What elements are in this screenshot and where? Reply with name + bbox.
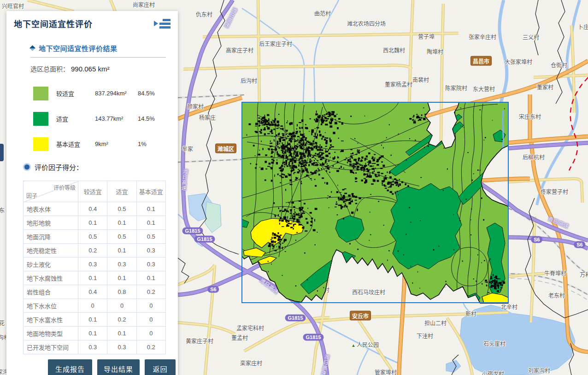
factor-name-cell: 地形地貌: [24, 216, 78, 230]
collapse-triangle-icon: [154, 21, 158, 26]
factor-score-cell: 0.3: [136, 244, 165, 258]
factor-score-cell: 0.1: [78, 327, 107, 340]
factor-score-cell: 0.1: [107, 244, 136, 258]
factor-score-cell: 0.1: [107, 216, 136, 230]
factor-score-table: 评价等级 因子 较适宜适宜基本适宜 地表水体0.40.50.1地形地貌0.10.…: [23, 181, 166, 354]
legend-swatch: [33, 137, 48, 151]
menu-bars-icon: [159, 19, 171, 29]
factor-score-cell: 0.1: [136, 202, 165, 216]
table-column-header: 较适宜: [78, 181, 107, 202]
export-results-button[interactable]: 导出结果: [97, 359, 140, 375]
factor-name-cell: 岩性组合: [24, 285, 78, 299]
legend-area: 143.77km²: [95, 115, 138, 122]
factor-score-cell: 0.1: [107, 327, 136, 340]
legend-label: 适宜: [56, 114, 95, 123]
factor-name-cell: 地下水腐蚀性: [24, 271, 78, 285]
legend-row: 适宜143.77km²14.5%: [23, 106, 166, 131]
legend-label: 较适宜: [56, 89, 95, 98]
factor-score-cell: 0.3: [78, 258, 107, 271]
factor-score-cell: 0.2: [136, 340, 165, 354]
panel-title: 地下空间适宜性评价: [14, 18, 93, 29]
legend-area: 9km²: [95, 141, 138, 147]
section-title: 地下空间适宜性评价结果: [39, 43, 118, 53]
factor-score-cell: 0.5: [107, 230, 136, 244]
factor-score-cell: 0: [107, 299, 136, 313]
table-row: 岩性组合0.40.80.2: [24, 285, 166, 299]
factor-score-cell: 0.5: [78, 230, 107, 244]
panel-header: 地下空间适宜性评价: [6, 11, 178, 29]
application-window: 兴旺官村尚家庄村仇东村曲范村潍北农场四分场营子埠张家辛庄村三义村卜庄陶埠村昌邑市…: [0, 0, 588, 375]
table-row: 地下水富水性0.10.20: [24, 313, 166, 327]
corner-label-grade: 评价等级: [53, 183, 76, 191]
factor-score-cell: 0.1: [136, 271, 165, 285]
factor-score-cell: 0.3: [78, 340, 107, 354]
factor-name-cell: 地面地物类型: [24, 327, 78, 340]
total-area-value: 990.065 km²: [71, 65, 109, 73]
table-row: 地下水腐蚀性0.10.10.1: [24, 271, 166, 285]
factor-score-cell: 0.2: [136, 285, 165, 299]
factor-score-cell: 0.1: [78, 313, 107, 327]
legend-area: 837.294km²: [95, 90, 138, 97]
legend-percent: 1%: [138, 141, 147, 147]
factor-score-cell: 0.5: [107, 202, 136, 216]
legend-swatch: [33, 112, 48, 126]
back-button[interactable]: 返回: [145, 359, 176, 375]
factor-score-cell: 0.1: [78, 271, 107, 285]
table-corner-cell: 评价等级 因子: [24, 181, 78, 202]
factor-score-cell: 0.4: [78, 285, 107, 299]
factor-name-cell: 地面沉降: [24, 230, 78, 244]
corner-label-factor: 因子: [26, 192, 37, 199]
factor-name-cell: 砂土液化: [24, 258, 78, 271]
table-row: 已开发地下空间0.30.30.2: [24, 340, 166, 354]
legend-swatch: [33, 87, 48, 100]
factors-title: 评价因子得分：: [35, 162, 83, 172]
table-row: 地下水水位000: [24, 299, 166, 313]
factor-score-cell: 0.1: [136, 216, 165, 230]
legend-row: 基本适宜9km²1%: [23, 131, 166, 157]
factor-score-cell: 0: [136, 327, 165, 340]
factor-score-cell: 0.2: [107, 313, 136, 327]
legend-row: 较适宜837.294km²84.5%: [23, 81, 166, 106]
panel-body: 地下空间适宜性评价结果 选区总面积：990.065 km² 较适宜837.294…: [6, 43, 178, 354]
table-row: 砂土液化0.30.30.3: [24, 258, 166, 271]
legend-label: 基本适宜: [56, 140, 95, 148]
collapse-panel-button[interactable]: [154, 19, 171, 29]
generate-report-button[interactable]: 生成报告: [48, 359, 92, 375]
legend-percent: 84.5%: [138, 90, 155, 97]
factor-score-cell: 0.1: [107, 271, 136, 285]
factor-score-cell: 0.3: [107, 340, 136, 354]
factor-score-cell: 0.4: [78, 202, 107, 216]
table-row: 地壳稳定性0.20.10.3: [24, 244, 166, 258]
table-row: 地面地物类型0.10.10: [24, 327, 166, 340]
factor-score-cell: 0: [136, 313, 165, 327]
table-row: 地面沉降0.50.50.5: [24, 230, 166, 244]
factors-header: 评价因子得分：: [23, 162, 166, 172]
button-row: 生成报告导出结果返回: [48, 359, 176, 375]
table-column-header: 适宜: [107, 181, 136, 202]
factor-score-cell: 0.8: [107, 285, 136, 299]
factor-score-cell: 0: [136, 299, 165, 313]
factor-name-cell: 地下水富水性: [24, 313, 78, 327]
factor-name-cell: 地表水体: [24, 202, 78, 216]
total-area-label: 选区总面积：: [30, 65, 69, 73]
factor-score-cell: 0.5: [136, 230, 165, 244]
factor-score-cell: 0.1: [78, 216, 107, 230]
factor-score-cell: 0: [78, 299, 107, 313]
factor-name-cell: 地壳稳定性: [24, 244, 78, 258]
factor-name-cell: 已开发地下空间: [24, 340, 78, 354]
table-row: 地形地貌0.10.10.1: [24, 216, 166, 230]
factor-score-cell: 0.3: [107, 258, 136, 271]
factor-name-cell: 地下水水位: [24, 299, 78, 313]
legend-percent: 14.5%: [138, 115, 155, 122]
bullet-circle-icon: [23, 163, 31, 171]
table-column-header: 基本适宜: [136, 181, 165, 202]
section-header: 地下空间适宜性评价结果: [23, 43, 166, 53]
legend: 较适宜837.294km²84.5%适宜143.77km²14.5%基本适宜9k…: [23, 81, 166, 157]
evaluation-panel: 地下空间适宜性评价 地下空间适宜性评价结果 选区总面积：990.065 km² …: [6, 11, 178, 375]
table-row: 地表水体0.40.50.1: [24, 202, 166, 216]
factor-score-cell: 0.2: [78, 244, 107, 258]
divider: [30, 57, 166, 58]
diamond-icon: [29, 45, 35, 51]
factor-score-cell: 0.3: [136, 258, 165, 271]
total-area: 选区总面积：990.065 km²: [23, 64, 166, 73]
